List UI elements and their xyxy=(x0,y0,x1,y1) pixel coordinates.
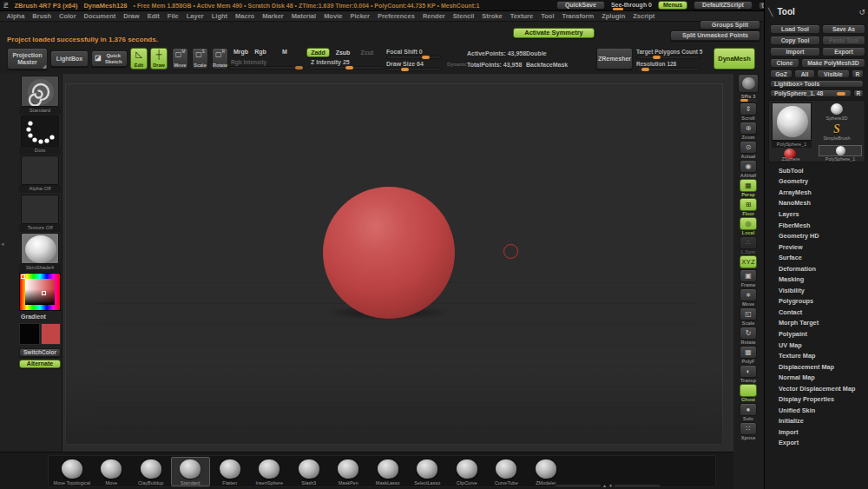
all-button[interactable]: All xyxy=(794,69,815,78)
secondary-color-swatch[interactable] xyxy=(41,323,61,345)
tool-section[interactable]: Layers xyxy=(765,208,868,220)
shelf-button[interactable]: Ghost xyxy=(740,384,757,402)
tool-section[interactable]: Displacement Map xyxy=(765,361,868,373)
color-picker[interactable] xyxy=(19,273,61,311)
menu-item[interactable]: Stroke xyxy=(478,12,506,20)
projection-master-button[interactable]: Projection Master ◢ xyxy=(7,48,48,69)
tool-section[interactable]: Contact xyxy=(765,307,868,318)
tool-section[interactable]: Texture Map xyxy=(765,350,868,361)
brush-item[interactable]: Move Topological xyxy=(52,457,92,486)
dynamic-label[interactable]: Dynamic xyxy=(447,62,467,67)
shelf-button[interactable]: ⊕ Zoom xyxy=(740,122,757,140)
menu-item[interactable]: Transform xyxy=(558,12,598,20)
menus-button[interactable]: Menus xyxy=(658,1,687,10)
visible-button[interactable]: Visible xyxy=(817,69,850,78)
target-polygons-knob[interactable] xyxy=(653,56,661,59)
alternate-button[interactable]: Alternate xyxy=(19,360,61,368)
z-intensity-knob[interactable] xyxy=(345,66,353,69)
tool-section[interactable]: Geometry xyxy=(765,176,868,188)
make-polymesh3d-button[interactable]: Make PolyMesh3D xyxy=(801,58,865,68)
menu-item[interactable]: Zscript xyxy=(629,12,659,20)
brush-item[interactable]: Flatten xyxy=(210,457,250,486)
tool-section[interactable]: Initialize xyxy=(765,416,868,427)
activate-symmetry-button[interactable]: Activate Symmetry xyxy=(513,28,595,38)
shelf-button[interactable]: ▦ Persp xyxy=(740,179,757,197)
rgb-button[interactable]: Rgb xyxy=(253,48,268,56)
simplebrush-thumbnail[interactable]: S xyxy=(830,122,844,135)
menu-item[interactable]: Layer xyxy=(182,12,207,20)
brush-item[interactable]: Slash3 xyxy=(289,457,329,486)
save-as-button[interactable]: Save As xyxy=(822,24,865,34)
zremesher-button[interactable]: ZRemesher xyxy=(596,48,633,69)
shelf-button[interactable]: ⇕ Scroll xyxy=(740,102,757,121)
shelf-button[interactable]: ↻ Rotate xyxy=(740,327,757,345)
tool-section[interactable]: FiberMesh xyxy=(765,220,868,231)
sv-square[interactable] xyxy=(25,279,55,305)
m-button[interactable]: M xyxy=(279,48,290,56)
goz-button[interactable]: GoZ xyxy=(770,69,792,78)
groups-split-button[interactable]: Groups Split xyxy=(700,20,760,30)
tool-section[interactable]: Masking xyxy=(765,274,868,285)
draw-size-slider[interactable] xyxy=(386,68,442,71)
shelf-button[interactable]: ◎ Local xyxy=(740,217,757,235)
reset-palette-icon[interactable]: ↺ xyxy=(858,8,865,17)
double-toggle[interactable]: Double xyxy=(526,50,547,56)
tool-section[interactable]: NanoMesh xyxy=(765,198,868,209)
tool-section[interactable]: Vector Displacement Map xyxy=(765,383,868,394)
zcut-button[interactable]: Zcut xyxy=(358,48,376,57)
current-alpha-thumbnail[interactable] xyxy=(21,155,59,185)
draw-button[interactable]: ┼ Draw xyxy=(150,48,168,69)
menu-item[interactable]: Texture xyxy=(506,12,537,20)
menu-item[interactable]: Picker xyxy=(346,12,374,20)
shelf-button[interactable]: ⊞ Floor xyxy=(740,198,757,216)
sculpt-sphere-model[interactable] xyxy=(323,187,455,319)
brush-item[interactable]: ClipCurve xyxy=(447,457,487,486)
tool-section[interactable]: Export xyxy=(765,438,868,449)
zadd-button[interactable]: Zadd xyxy=(306,48,330,57)
active-tool-thumbnail[interactable] xyxy=(772,102,812,141)
import-button[interactable]: Import xyxy=(770,47,820,56)
move-button[interactable]: ▢M Move xyxy=(172,48,188,69)
shelf-button[interactable]: ◱ Scale xyxy=(740,307,757,326)
shelf-button[interactable]: ▣ Frame xyxy=(740,269,757,287)
scroll-up-icon[interactable]: ▲ xyxy=(602,483,607,488)
brush-item[interactable]: ZModeler xyxy=(526,457,566,486)
tool-section[interactable]: ArrayMesh xyxy=(765,187,868,198)
tool-section[interactable]: SubTool xyxy=(765,165,868,176)
tray-scrollbar[interactable]: ▲ ▼ xyxy=(556,484,660,487)
zsub-button[interactable]: Zsub xyxy=(333,48,352,57)
draw-size-knob[interactable] xyxy=(401,68,409,71)
brush-item[interactable]: MaskPen xyxy=(329,457,369,486)
gradient-label[interactable]: Gradient xyxy=(21,314,46,320)
tool-section[interactable]: Polygroups xyxy=(765,296,868,307)
shelf-button[interactable]: ∗ Move xyxy=(740,288,757,307)
tray-collapse-handle[interactable]: ◂ xyxy=(1,241,4,248)
tool-section[interactable]: Import xyxy=(765,426,868,438)
shelf-button[interactable]: ▦ PolyF xyxy=(740,346,757,364)
switch-color-button[interactable]: SwitchColor xyxy=(19,348,61,357)
current-brush-thumbnail[interactable] xyxy=(21,76,59,107)
tool-section[interactable]: Geometry HD xyxy=(765,230,868,241)
brush-item[interactable]: MaskLasso xyxy=(368,457,408,486)
menu-item[interactable]: Stencil xyxy=(449,12,478,20)
shelf-button[interactable]: ◉ AAHalf xyxy=(740,160,757,178)
spix-knob[interactable] xyxy=(740,99,748,102)
menu-item[interactable]: Render xyxy=(418,12,449,20)
menu-item[interactable]: Movie xyxy=(320,12,346,20)
lightbox-tools-button[interactable]: Lightbox> Tools xyxy=(770,80,864,88)
tool-section[interactable]: Display Properties xyxy=(765,393,868,405)
focal-shift-slider[interactable] xyxy=(386,56,442,59)
see-through-slider[interactable]: See-through 0 xyxy=(611,1,652,10)
shelf-button[interactable]: ∴ L.Sym xyxy=(740,236,757,254)
menu-item[interactable]: Document xyxy=(80,12,120,20)
tool-section[interactable]: Normal Map xyxy=(765,372,868,383)
mrgb-button[interactable]: Mrgb xyxy=(231,48,251,56)
tool-section[interactable]: Preview xyxy=(765,241,868,253)
brush-item[interactable]: CurveTube xyxy=(487,457,527,486)
menu-item[interactable]: Macro xyxy=(232,12,259,20)
focal-shift-knob[interactable] xyxy=(422,56,430,59)
target-polygons-slider[interactable] xyxy=(636,56,700,59)
menu-item[interactable]: Tool xyxy=(537,12,558,20)
lightbox-button[interactable]: LightBox xyxy=(50,50,89,67)
edit-button[interactable]: ◺ Edit xyxy=(130,48,148,69)
